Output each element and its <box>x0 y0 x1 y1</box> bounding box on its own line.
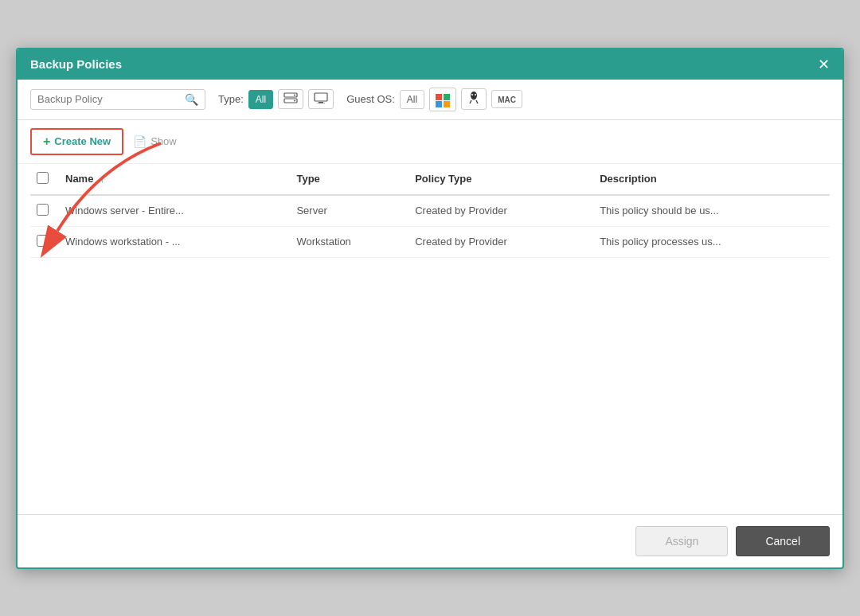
svg-rect-6 <box>317 103 325 104</box>
sort-asc-icon: ↑ <box>100 173 105 185</box>
linux-icon <box>467 92 480 104</box>
row-checkbox-cell <box>30 226 59 257</box>
svg-line-11 <box>476 100 478 103</box>
create-new-button[interactable]: + Create New <box>30 128 123 155</box>
table-header-row: Name ↑ Type Policy Type Description <box>30 164 830 195</box>
svg-point-3 <box>294 100 295 102</box>
table-row: Windows workstation - ... Workstation Cr… <box>30 226 830 257</box>
col-policy-type: Policy Type <box>408 164 593 195</box>
type-group: Type: All <box>218 89 334 109</box>
row-type-1: Workstation <box>290 226 408 257</box>
row-checkbox-cell <box>30 195 59 227</box>
col-type: Type <box>290 164 408 195</box>
workstation-icon <box>314 92 328 103</box>
create-new-label: Create New <box>54 135 111 147</box>
select-all-checkbox[interactable] <box>37 172 49 184</box>
action-bar: + Create New 📄 Show <box>18 120 842 164</box>
show-icon: 📄 <box>133 135 147 148</box>
row-type-0: Server <box>290 195 408 227</box>
server-icon <box>283 92 298 103</box>
svg-point-8 <box>471 94 473 96</box>
type-label: Type: <box>218 93 244 105</box>
row-name-0: Windows server - Entire... <box>59 195 290 227</box>
row-description-0: This policy should be us... <box>593 195 830 227</box>
svg-point-1 <box>294 95 295 96</box>
search-input[interactable] <box>37 93 185 105</box>
dialog-footer: Assign Cancel <box>18 514 842 567</box>
windows-icon <box>436 94 450 108</box>
search-box: 🔍 <box>30 89 205 110</box>
dialog-title: Backup Policies <box>30 57 122 71</box>
svg-line-10 <box>470 100 471 103</box>
row-description-1: This policy processes us... <box>593 226 830 257</box>
col-checkbox <box>30 164 59 195</box>
col-policy-type-label: Policy Type <box>415 173 471 185</box>
plus-icon: + <box>43 135 50 149</box>
row-checkbox-0[interactable] <box>37 204 49 216</box>
col-description-label: Description <box>600 173 657 185</box>
row-policy-type-1: Created by Provider <box>408 226 593 257</box>
show-button[interactable]: 📄 Show <box>133 135 177 148</box>
svg-point-9 <box>475 94 476 96</box>
col-description: Description <box>593 164 830 195</box>
os-all-button[interactable]: All <box>400 90 424 109</box>
table-area: Name ↑ Type Policy Type Description <box>18 164 842 514</box>
search-icon: 🔍 <box>185 93 198 106</box>
table-body: Windows server - Entire... Server Create… <box>30 195 830 258</box>
os-windows-button[interactable] <box>429 88 456 111</box>
close-button[interactable]: ✕ <box>818 57 830 72</box>
toolbar: 🔍 Type: All Guest OS <box>18 80 842 120</box>
type-all-button[interactable]: All <box>248 90 273 109</box>
row-checkbox-1[interactable] <box>37 235 49 247</box>
row-policy-type-0: Created by Provider <box>408 195 593 227</box>
col-name: Name ↑ <box>59 164 290 195</box>
col-type-label: Type <box>296 173 319 185</box>
os-mac-button[interactable]: MAC <box>491 90 522 108</box>
assign-button[interactable]: Assign <box>635 526 728 556</box>
guest-os-group: Guest OS: All <box>346 88 522 111</box>
type-server-button[interactable] <box>278 89 303 109</box>
table-row: Windows server - Entire... Server Create… <box>30 195 830 227</box>
svg-rect-4 <box>315 93 327 101</box>
backup-policies-dialog: Backup Policies ✕ 🔍 Type: All <box>16 48 844 569</box>
show-label: Show <box>150 135 177 147</box>
policies-table: Name ↑ Type Policy Type Description <box>30 164 830 258</box>
guest-os-label: Guest OS: <box>346 93 395 105</box>
col-name-label: Name <box>65 173 93 185</box>
type-workstation-button[interactable] <box>308 89 334 109</box>
mac-label: MAC <box>498 96 516 104</box>
dialog-header: Backup Policies ✕ <box>18 49 842 80</box>
row-name-1: Windows workstation - ... <box>59 226 290 257</box>
os-linux-button[interactable] <box>461 88 487 110</box>
svg-rect-5 <box>319 102 323 103</box>
cancel-button[interactable]: Cancel <box>736 526 830 556</box>
